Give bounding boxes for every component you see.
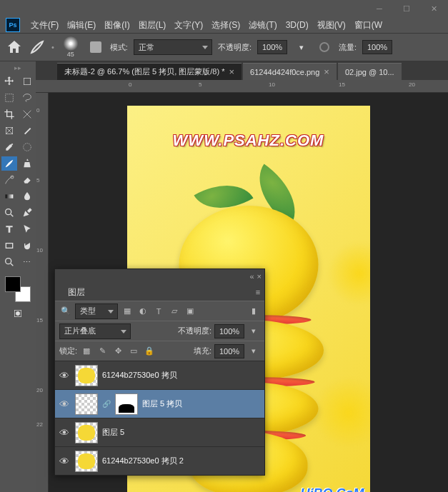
- opacity-input[interactable]: 100%: [257, 40, 287, 54]
- brush-size-value: 45: [67, 51, 74, 58]
- maximize-button[interactable]: ☐: [397, 1, 417, 16]
- marquee-tool[interactable]: [1, 91, 17, 105]
- pen-tool[interactable]: [19, 206, 35, 220]
- close-icon[interactable]: ×: [324, 66, 329, 77]
- gradient-tool[interactable]: [1, 189, 17, 204]
- filter-pixel-icon[interactable]: ▦: [121, 305, 134, 318]
- blend-mode-select[interactable]: 正常: [134, 39, 212, 55]
- brush-panel-icon[interactable]: [87, 39, 104, 56]
- panel-header[interactable]: « ×: [55, 269, 264, 283]
- filter-toggle[interactable]: ▮: [247, 305, 260, 318]
- opacity-slider-icon[interactable]: ▾: [293, 39, 310, 56]
- menu-window[interactable]: 窗口(W: [351, 18, 386, 33]
- menu-select[interactable]: 选择(S): [208, 18, 244, 33]
- history-brush-tool[interactable]: [1, 173, 17, 187]
- filter-smart-icon[interactable]: ▣: [184, 305, 196, 318]
- layer-row[interactable]: 👁 61244b27530e0 拷贝: [55, 361, 264, 389]
- tab-document-1[interactable]: 未标题-2 @ 66.7% (图层 5 拷贝, 图层蒙版/8) *×: [57, 63, 242, 80]
- pressure-opacity-icon[interactable]: [316, 39, 333, 56]
- lock-pixels-icon[interactable]: ✎: [96, 345, 109, 358]
- type-tool[interactable]: [1, 222, 17, 236]
- menu-edit[interactable]: 编辑(E): [64, 18, 99, 33]
- layer-thumbnail[interactable]: [75, 393, 98, 415]
- layer-row[interactable]: 👁 图层 5: [55, 418, 264, 446]
- home-icon[interactable]: [6, 39, 23, 56]
- frame-tool[interactable]: [1, 124, 17, 138]
- artboard-tool[interactable]: [19, 74, 35, 89]
- clone-stamp-tool[interactable]: [19, 156, 35, 171]
- path-select-tool[interactable]: [19, 222, 35, 236]
- layer-blend-select[interactable]: 正片叠底: [59, 323, 131, 339]
- chevron-down-icon[interactable]: ▾: [247, 325, 260, 338]
- ruler-horizontal[interactable]: 0 5 10 15 20: [36, 80, 448, 93]
- lock-position-icon[interactable]: ✥: [111, 345, 124, 358]
- layer-opacity-input[interactable]: 100%: [214, 324, 244, 338]
- collapse-icon[interactable]: «: [249, 272, 254, 281]
- filter-type-select[interactable]: 类型: [75, 303, 118, 319]
- panel-menu-icon[interactable]: ≡: [252, 286, 264, 298]
- foreground-color[interactable]: [5, 276, 21, 292]
- layer-fill-input[interactable]: 100%: [214, 344, 244, 358]
- dodge-tool[interactable]: [1, 206, 17, 220]
- eyedropper-tool[interactable]: [1, 140, 17, 154]
- slice-tool[interactable]: [19, 107, 35, 121]
- app-logo: Ps: [6, 18, 20, 32]
- layer-thumbnail[interactable]: [75, 365, 98, 386]
- edit-toolbar[interactable]: ⋯: [19, 255, 35, 269]
- tab-document-2[interactable]: 61244d424f0ce.png×: [243, 63, 337, 80]
- brush-circle-icon: [63, 36, 79, 51]
- lock-artboard-icon[interactable]: ▭: [127, 345, 140, 358]
- lasso-tool[interactable]: [19, 91, 35, 105]
- visibility-toggle[interactable]: 👁: [58, 398, 71, 410]
- tool-palette: ▸▸ ⋯: [0, 61, 36, 492]
- layer-row[interactable]: 👁 61244b27530e0 拷贝 2: [55, 446, 264, 475]
- eraser-tool[interactable]: [19, 173, 35, 187]
- close-button[interactable]: ✕: [424, 1, 444, 16]
- toolbar-handle[interactable]: ▸▸: [14, 64, 21, 71]
- menu-type[interactable]: 文字(Y): [171, 18, 206, 33]
- menu-3d[interactable]: 3D(D): [282, 19, 312, 31]
- layers-tab[interactable]: 图层: [61, 283, 92, 301]
- layers-panel[interactable]: « × 图层 ≡ 🔍 类型 ▦ ◐ T ▱ ▣ ▮ 正片叠底 不透明度: 100…: [54, 268, 265, 476]
- svg-point-8: [5, 209, 11, 215]
- blur-tool[interactable]: [19, 189, 35, 204]
- menu-image[interactable]: 图像(I): [101, 18, 133, 33]
- rectangle-tool[interactable]: [1, 239, 17, 253]
- filter-adjust-icon[interactable]: ◐: [136, 305, 149, 318]
- visibility-toggle[interactable]: 👁: [58, 370, 71, 381]
- brush-tool[interactable]: [1, 156, 17, 171]
- visibility-toggle[interactable]: 👁: [58, 456, 71, 467]
- color-swatches[interactable]: [5, 276, 31, 302]
- ruler-vertical[interactable]: 0 5 10 15 20 22: [36, 93, 49, 492]
- filter-shape-icon[interactable]: ▱: [168, 305, 181, 318]
- layer-row[interactable]: 👁 🔗 图层 5 拷贝: [55, 389, 264, 418]
- window-titlebar: ─ ☐ ✕: [0, 0, 448, 17]
- mask-thumbnail[interactable]: [115, 393, 138, 415]
- hand-tool[interactable]: [19, 239, 35, 253]
- quickmask-toggle[interactable]: [10, 306, 26, 321]
- crop-tool[interactable]: [1, 107, 17, 121]
- zoom-tool[interactable]: [1, 255, 17, 269]
- filter-type-icon[interactable]: T: [152, 305, 165, 318]
- move-tool[interactable]: [1, 74, 17, 89]
- visibility-toggle[interactable]: 👁: [58, 427, 71, 438]
- magic-wand-tool[interactable]: [19, 124, 35, 138]
- brush-preview[interactable]: 45: [60, 36, 81, 58]
- flow-input[interactable]: 100%: [362, 40, 392, 54]
- menu-file[interactable]: 文件(F): [27, 18, 62, 33]
- spot-heal-tool[interactable]: [19, 140, 35, 154]
- tab-document-3[interactable]: 02.jpg @ 10...: [338, 63, 402, 80]
- menu-view[interactable]: 视图(V): [314, 18, 349, 33]
- layer-thumbnail[interactable]: [75, 451, 98, 472]
- menu-filter[interactable]: 滤镜(T): [245, 18, 280, 33]
- lock-all-icon[interactable]: 🔒: [143, 345, 156, 358]
- menu-layer[interactable]: 图层(L): [135, 18, 170, 33]
- close-icon[interactable]: ×: [229, 66, 235, 77]
- layer-thumbnail[interactable]: [75, 422, 98, 443]
- lock-transparency-icon[interactable]: ▩: [80, 345, 93, 358]
- minimize-button[interactable]: ─: [369, 1, 389, 16]
- chevron-down-icon[interactable]: ▾: [247, 345, 260, 358]
- search-icon[interactable]: 🔍: [59, 305, 72, 318]
- brush-tool-icon[interactable]: [29, 39, 46, 56]
- close-icon[interactable]: ×: [257, 272, 262, 281]
